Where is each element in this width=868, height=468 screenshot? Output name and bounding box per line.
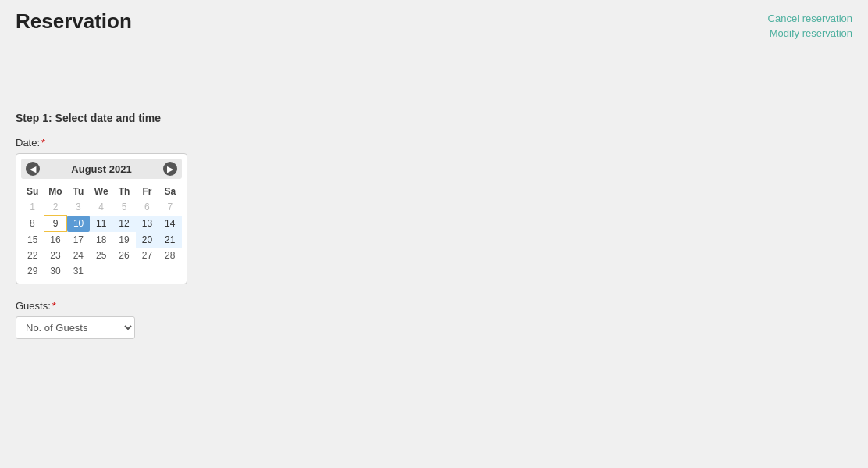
top-actions: Cancel reservation Modify reservation	[768, 13, 852, 39]
calendar-day[interactable]: 13	[136, 216, 158, 232]
calendar-day	[90, 263, 112, 279]
calendar-day[interactable]: 17	[67, 232, 90, 248]
calendar-body: 1234567891011121314151617181920212223242…	[21, 199, 182, 279]
calendar-week-row: 15161718192021	[21, 232, 182, 248]
calendar-day[interactable]: 27	[136, 248, 158, 263]
calendar-day[interactable]: 15	[21, 232, 44, 248]
calendar-week-row: 293031	[21, 263, 182, 279]
calendar-day[interactable]: 22	[21, 248, 44, 263]
weekday-we: We	[90, 184, 112, 199]
calendar-prev-button[interactable]: ◀	[26, 162, 40, 176]
calendar-weekdays-row: Su Mo Tu We Th Fr Sa	[21, 184, 182, 199]
page-title: Reservation	[16, 9, 852, 34]
calendar-next-button[interactable]: ▶	[163, 162, 177, 176]
guests-required: *	[52, 300, 56, 312]
weekday-su: Su	[21, 184, 44, 199]
calendar-day: 4	[90, 199, 112, 216]
weekday-th: Th	[112, 184, 135, 199]
calendar-day[interactable]: 21	[158, 232, 181, 248]
calendar-day[interactable]: 28	[158, 248, 181, 263]
calendar-day	[112, 263, 135, 279]
calendar-grid: Su Mo Tu We Th Fr Sa 1234567891011121314…	[21, 184, 182, 279]
calendar-day[interactable]: 24	[67, 248, 90, 263]
date-required: *	[41, 137, 45, 148]
calendar-day[interactable]: 23	[44, 248, 66, 263]
calendar-day[interactable]: 26	[112, 248, 135, 263]
calendar-day: 5	[112, 199, 135, 216]
calendar-day[interactable]: 11	[90, 216, 112, 232]
weekday-tu: Tu	[67, 184, 90, 199]
guests-section: Guests:* No. of Guests12345678	[16, 300, 852, 339]
weekday-sa: Sa	[158, 184, 181, 199]
calendar-day: 3	[67, 199, 90, 216]
calendar-day[interactable]: 9	[44, 216, 66, 232]
calendar-day[interactable]: 10	[67, 216, 90, 232]
calendar-week-row: 1234567	[21, 199, 182, 216]
weekday-fr: Fr	[136, 184, 158, 199]
calendar-day[interactable]: 18	[90, 232, 112, 248]
calendar-day: 2	[44, 199, 66, 216]
calendar-month-year: August 2021	[71, 163, 131, 175]
calendar-day[interactable]: 20	[136, 232, 158, 248]
calendar-day[interactable]: 30	[44, 263, 66, 279]
calendar-day: 6	[136, 199, 158, 216]
calendar-day: 7	[158, 199, 181, 216]
cancel-reservation-link[interactable]: Cancel reservation	[768, 13, 852, 24]
calendar-day	[136, 263, 158, 279]
calendar-week-row: 22232425262728	[21, 248, 182, 263]
calendar: ◀ August 2021 ▶ Su Mo Tu We Th Fr Sa	[16, 153, 187, 284]
calendar-day: 1	[21, 199, 44, 216]
guests-select[interactable]: No. of Guests12345678	[16, 316, 135, 339]
date-field: Date:* ◀ August 2021 ▶ Su Mo Tu We Th Fr	[16, 137, 852, 284]
step-label: Step 1: Select date and time	[16, 112, 852, 124]
modify-reservation-link[interactable]: Modify reservation	[770, 27, 852, 39]
calendar-day[interactable]: 8	[21, 216, 44, 232]
calendar-week-row: 891011121314	[21, 216, 182, 232]
calendar-day[interactable]: 19	[112, 232, 135, 248]
calendar-day[interactable]: 31	[67, 263, 90, 279]
calendar-day	[158, 263, 181, 279]
page-container: Reservation Cancel reservation Modify re…	[0, 0, 868, 468]
weekday-mo: Mo	[44, 184, 66, 199]
calendar-day[interactable]: 12	[112, 216, 135, 232]
calendar-day[interactable]: 25	[90, 248, 112, 263]
guests-label: Guests:*	[16, 300, 852, 312]
calendar-day[interactable]: 14	[158, 216, 181, 232]
calendar-day[interactable]: 16	[44, 232, 66, 248]
calendar-day[interactable]: 29	[21, 263, 44, 279]
calendar-header: ◀ August 2021 ▶	[21, 159, 182, 179]
date-label: Date:*	[16, 137, 852, 148]
